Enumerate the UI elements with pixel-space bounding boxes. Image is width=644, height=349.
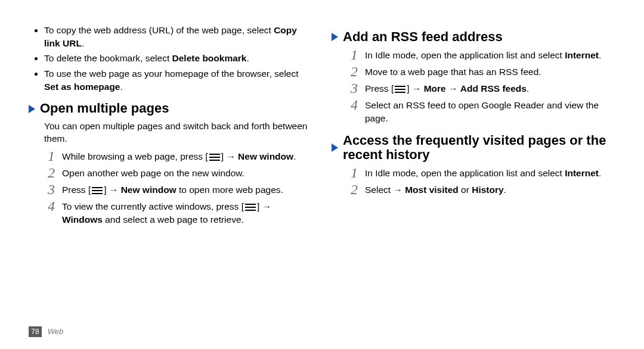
text-bold: History (472, 185, 503, 195)
right-column: Add an RSS feed address 1 In Idle mode, … (332, 24, 615, 337)
step-text: Move to a web page that has an RSS feed. (365, 64, 615, 79)
text: In Idle mode, open the application list … (365, 168, 565, 178)
step-text: Open another web page on the new window. (62, 166, 312, 180)
chevron-right-icon (332, 33, 338, 41)
step: 4 Select an RSS feed to open Google Read… (332, 98, 615, 124)
section-heading: Open multiple pages (29, 101, 312, 116)
text-bold: Set as homepage (44, 82, 120, 92)
step-number: 2 (44, 166, 55, 180)
text: In Idle mode, open the application list … (365, 50, 565, 60)
menu-icon (245, 203, 256, 211)
text: . (82, 38, 84, 48)
tip-item: To use the web page as your homepage of … (44, 67, 312, 93)
menu-icon (209, 153, 220, 161)
step: 2 Select → Most visited or History. (332, 182, 615, 197)
footer-section-label: Web (48, 327, 64, 336)
text-bold: New window (238, 151, 293, 161)
step-text: In Idle mode, open the application list … (365, 166, 615, 180)
text: Select → (365, 185, 405, 195)
page-number: 78 (29, 326, 42, 337)
text-bold: Internet (565, 168, 599, 178)
chevron-right-icon (29, 105, 35, 113)
left-column: To copy the web address (URL) of the web… (29, 24, 312, 337)
text: ] → (221, 151, 238, 161)
section-heading: Add an RSS feed address (332, 30, 615, 44)
manual-page: To copy the web address (URL) of the web… (0, 0, 644, 349)
text: . (504, 185, 506, 195)
tip-item: To copy the web address (URL) of the web… (44, 24, 312, 49)
step-text: While browsing a web page, press [] → Ne… (62, 149, 312, 163)
text: . (599, 50, 601, 60)
step-number: 4 (347, 98, 358, 112)
text: . (599, 168, 601, 178)
step-number: 4 (44, 199, 55, 213)
heading-text: Open multiple pages (40, 101, 169, 116)
step: 2 Open another web page on the new windo… (29, 166, 312, 180)
text-bold: More (424, 83, 446, 94)
step-text: Press [] → New window to open more web p… (62, 182, 312, 197)
step: 3 Press [] → New window to open more web… (29, 182, 312, 197)
text: and select a web page to retrieve. (103, 214, 244, 225)
step-text: To view the currently active windows, pr… (62, 199, 312, 226)
text: ] → (407, 83, 423, 94)
step: 3 Press [] → More → Add RSS feeds. (332, 81, 615, 95)
text: To view the currently active windows, pr… (62, 201, 244, 211)
step-number: 2 (347, 64, 358, 79)
text: To use the web page as your homepage of … (44, 68, 299, 79)
step: 4 To view the currently active windows, … (29, 199, 312, 226)
section-heading: Access the frequently visited pages or t… (332, 133, 615, 162)
text: . (527, 83, 529, 94)
text: or (459, 185, 472, 195)
text: → (446, 83, 460, 94)
text: To delete the bookmark, select (44, 53, 172, 63)
text-bold: Delete bookmark (172, 53, 247, 63)
step: 1 In Idle mode, open the application lis… (332, 166, 615, 180)
page-footer: 78 Web (29, 326, 63, 337)
text: to open more web pages. (177, 185, 283, 195)
step-text: In Idle mode, open the application list … (365, 48, 615, 62)
text: To copy the web address (URL) of the web… (44, 25, 274, 35)
text: Press [ (62, 185, 91, 195)
step-text: Press [] → More → Add RSS feeds. (365, 81, 615, 95)
step-number: 1 (347, 166, 358, 180)
text: . (246, 53, 249, 63)
tip-list: To copy the web address (URL) of the web… (29, 24, 312, 93)
text: . (120, 82, 123, 92)
text: Press [ (365, 83, 394, 94)
heading-text: Access the frequently visited pages or t… (343, 133, 615, 162)
text-bold: Most visited (405, 185, 459, 195)
text-bold: New window (121, 185, 177, 195)
intro-text: You can open multiple pages and switch b… (29, 120, 312, 145)
menu-icon (92, 186, 103, 195)
step: 1 In Idle mode, open the application lis… (332, 48, 615, 62)
text: While browsing a web page, press [ (62, 151, 208, 161)
text-bold: Windows (62, 214, 103, 225)
step-number: 1 (347, 48, 358, 62)
step: 2 Move to a web page that has an RSS fee… (332, 64, 615, 79)
step-text: Select an RSS feed to open Google Reader… (365, 98, 615, 124)
step-number: 2 (347, 182, 358, 197)
step-number: 3 (347, 81, 358, 95)
text: ] → (257, 201, 271, 211)
heading-text: Add an RSS feed address (343, 30, 503, 44)
text-bold: Add RSS feeds (460, 83, 527, 94)
menu-icon (395, 85, 405, 94)
text: . (293, 151, 296, 161)
tip-item: To delete the bookmark, select Delete bo… (44, 52, 312, 65)
step: 1 While browsing a web page, press [] → … (29, 149, 312, 163)
chevron-right-icon (332, 144, 338, 152)
text: ] → (104, 185, 120, 195)
step-text: Select → Most visited or History. (365, 182, 615, 197)
text-bold: Internet (565, 50, 599, 60)
step-number: 1 (44, 149, 55, 163)
step-number: 3 (44, 182, 55, 197)
